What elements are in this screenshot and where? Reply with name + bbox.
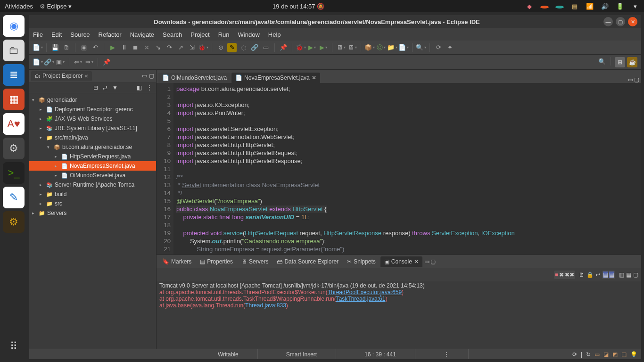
- data-source-tab[interactable]: 🗃Data Source Explorer: [273, 256, 342, 267]
- show-on-out-icon[interactable]: ▤: [603, 272, 608, 278]
- tree-row[interactable]: ▸📁build: [29, 189, 156, 199]
- maximize-view-icon[interactable]: ▢: [430, 258, 436, 265]
- project-tree[interactable]: ▾📦gerenciador▸📄Deployment Descriptor: ge…: [29, 93, 156, 349]
- minimize-editor-icon[interactable]: ▭: [628, 76, 633, 83]
- new-icon[interactable]: 📄: [33, 43, 42, 52]
- sync-icon[interactable]: ⟳: [572, 351, 577, 358]
- tree-row[interactable]: ▾📁src/main/java: [29, 133, 156, 142]
- open-console-icon[interactable]: ▦: [626, 272, 631, 278]
- wizard-icon[interactable]: ✦: [445, 43, 454, 52]
- tree-row[interactable]: ▸📄OiMundoServelet.java: [29, 171, 156, 180]
- menu-source[interactable]: Source: [70, 31, 90, 38]
- run-icon[interactable]: ▶: [307, 43, 317, 52]
- tree-row[interactable]: ▸📁src: [29, 199, 156, 208]
- undo-icon[interactable]: ↶: [91, 43, 100, 52]
- maximize-view-icon[interactable]: ▢: [149, 73, 154, 79]
- disconnect-icon[interactable]: ⤫: [142, 43, 151, 52]
- stop-icon[interactable]: ⏹: [131, 43, 140, 52]
- debug-last-icon[interactable]: 🐞: [198, 43, 208, 52]
- close-icon[interactable]: ✕: [414, 258, 419, 265]
- editor-tab[interactable]: 📄 OiMundoServelet.java: [158, 73, 231, 83]
- remove-launch-icon[interactable]: ✖: [559, 272, 564, 278]
- tree-row[interactable]: ▸📁Servers: [29, 208, 156, 218]
- volume-icon[interactable]: 🔊: [601, 3, 609, 10]
- quick-access-icon[interactable]: 🔍: [597, 57, 607, 66]
- remove-all-icon[interactable]: ✖✖: [565, 272, 574, 278]
- tray-icon[interactable]: [555, 3, 564, 10]
- clear-console-icon[interactable]: 🗎: [579, 272, 585, 278]
- activities-button[interactable]: Atividades: [5, 3, 33, 10]
- console-output[interactable]: Tomcat v9.0 Server at localhost [Apache …: [157, 281, 641, 349]
- power-icon[interactable]: ▾: [631, 3, 639, 10]
- skip-breakpoints-icon[interactable]: ⊘: [216, 43, 225, 52]
- app-libreoffice-impress[interactable]: ▦: [3, 89, 25, 110]
- code-editor[interactable]: 12345678910111213141516171819202122 pack…: [157, 83, 641, 255]
- whatsnew-icon[interactable]: ◩: [612, 351, 618, 358]
- close-icon[interactable]: ✕: [84, 74, 88, 79]
- tree-row[interactable]: ▸📄HttpServletRequest.java: [29, 152, 156, 161]
- minimize-view-icon[interactable]: ▭: [142, 73, 147, 79]
- new-folder-icon[interactable]: 📁: [388, 43, 397, 52]
- tip-icon[interactable]: 💡: [630, 351, 637, 358]
- tutorials-icon[interactable]: ◫: [621, 351, 627, 358]
- project-explorer-tab[interactable]: 🗂 Project Explorer ✕: [31, 71, 92, 81]
- new-file-icon[interactable]: 📄: [399, 43, 408, 52]
- run-server-icon[interactable]: 🖥: [336, 43, 346, 52]
- battery-icon[interactable]: 🔋: [616, 3, 624, 10]
- scroll-lock-icon[interactable]: 🔒: [586, 272, 594, 278]
- app-solitaire[interactable]: A♥: [3, 113, 25, 135]
- code-area[interactable]: package br.com.alura.gerenciador.servlet…: [173, 83, 641, 255]
- link-editor-icon[interactable]: 🔗: [44, 58, 54, 67]
- resume-icon[interactable]: ▶: [108, 43, 117, 52]
- menu-help[interactable]: Help: [268, 31, 281, 38]
- category-icon[interactable]: ▣: [56, 58, 65, 67]
- updates-icon[interactable]: ↻: [586, 351, 591, 358]
- build-icon[interactable]: ▭: [261, 43, 271, 52]
- editor-tab[interactable]: 📄 NovaEmpresaServlet.java ✕: [231, 73, 320, 83]
- samples-icon[interactable]: ◪: [603, 351, 609, 358]
- menu-run[interactable]: Run: [218, 31, 230, 38]
- link-icon[interactable]: 🔗: [250, 43, 259, 52]
- tree-row[interactable]: ▸📄Deployment Descriptor: gerenc: [29, 105, 156, 114]
- link-with-editor-icon[interactable]: ⇄: [103, 84, 107, 91]
- app-menu[interactable]: ⚙ Eclipse ▾: [40, 3, 72, 10]
- close-button[interactable]: ✕: [628, 17, 637, 26]
- new-package-icon[interactable]: 📦: [365, 43, 374, 52]
- tree-row[interactable]: ▸📄NovaEmpresaServlet.java: [29, 161, 156, 171]
- coverage-icon[interactable]: ▶: [319, 43, 328, 52]
- show-in-icon[interactable]: 📄: [33, 58, 42, 67]
- filter-icon[interactable]: ▼: [112, 84, 118, 91]
- step-return-icon[interactable]: ↗: [176, 43, 185, 52]
- tree-row[interactable]: ▸🧩JAX-WS Web Services: [29, 114, 156, 123]
- menu-navigate[interactable]: Navigate: [130, 31, 154, 38]
- app-text-editor[interactable]: ✎: [3, 187, 25, 208]
- forward-icon[interactable]: ⇒: [84, 58, 94, 67]
- display-console-icon[interactable]: ▥: [619, 272, 624, 278]
- search-icon[interactable]: 🔍: [416, 43, 426, 52]
- app-settings[interactable]: ⚙: [3, 138, 25, 159]
- show-on-err-icon[interactable]: ▤: [609, 272, 614, 278]
- close-icon[interactable]: ✕: [312, 74, 316, 81]
- maximize-editor-icon[interactable]: ▢: [634, 76, 639, 83]
- menu-search[interactable]: Search: [163, 31, 182, 38]
- app-terminal[interactable]: >_: [3, 162, 25, 184]
- minimize-view-icon[interactable]: ▭: [424, 258, 429, 265]
- tray-icon[interactable]: [540, 3, 549, 10]
- toggle-bp-icon[interactable]: ◌: [239, 43, 248, 52]
- word-wrap-icon[interactable]: ↩: [595, 272, 600, 278]
- suspend-icon[interactable]: ⏸: [119, 43, 129, 52]
- run-server2-icon[interactable]: 🖥: [347, 43, 357, 52]
- drop-frame-icon[interactable]: ⇲: [187, 43, 197, 52]
- java-ee-perspective-icon[interactable]: ☕: [627, 57, 637, 67]
- snippets-tab[interactable]: ✂Snippets: [343, 256, 380, 267]
- app-libreoffice-writer[interactable]: ≣: [3, 64, 25, 86]
- tray-icon[interactable]: ◆: [525, 3, 534, 10]
- highlight-icon[interactable]: ✎: [227, 43, 237, 52]
- markers-tab[interactable]: 🔖Markers: [158, 256, 195, 267]
- pin-editor-icon[interactable]: 📌: [102, 58, 111, 67]
- wifi-icon[interactable]: 📶: [586, 3, 594, 10]
- open-perspective-icon[interactable]: ⊞: [615, 57, 625, 67]
- menu-file[interactable]: File: [33, 31, 43, 38]
- app-files[interactable]: 🗀: [3, 40, 25, 61]
- tree-row[interactable]: ▸📚JRE System Library [JavaSE-11]: [29, 123, 156, 133]
